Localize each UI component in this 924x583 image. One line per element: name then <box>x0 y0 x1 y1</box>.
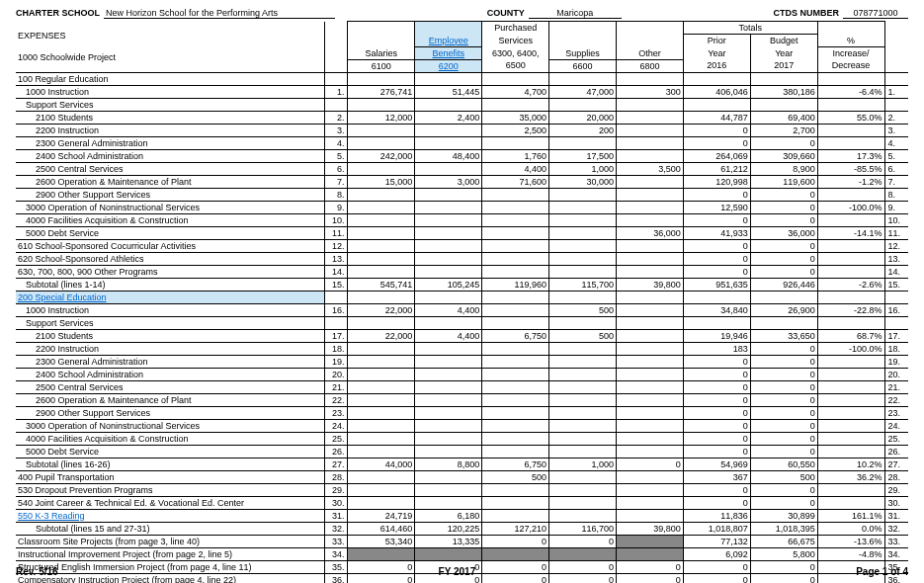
row-value <box>616 136 683 149</box>
row-value <box>415 393 482 406</box>
row-value: 1,760 <box>482 149 549 162</box>
row-line-number-right <box>884 316 908 329</box>
row-line-number-right <box>884 98 908 111</box>
row-line-number-right: 22. <box>884 393 908 406</box>
table-row: 4000 Facilities Acquisition & Constructi… <box>16 213 908 226</box>
row-value <box>415 226 482 239</box>
row-value: 242,000 <box>348 149 415 162</box>
row-description: 3000 Operation of Noninstructional Servi… <box>16 419 324 432</box>
row-value <box>415 316 482 329</box>
row-value <box>683 72 750 85</box>
row-value: -6.4% <box>817 85 884 98</box>
row-value: 51,445 <box>415 85 482 98</box>
row-value <box>549 226 617 239</box>
row-value <box>482 291 549 303</box>
row-value: 0 <box>683 432 750 445</box>
row-value <box>415 380 482 393</box>
row-line-number: 2. <box>324 111 348 124</box>
row-value: 300 <box>616 85 683 98</box>
row-value: 500 <box>482 470 549 483</box>
row-value: 0 <box>750 483 817 496</box>
row-value <box>549 213 617 226</box>
row-value <box>415 355 482 368</box>
row-value <box>817 368 884 380</box>
row-value <box>549 252 617 265</box>
row-value <box>817 483 884 496</box>
row-value <box>482 355 549 368</box>
row-line-number: 31. <box>324 509 348 522</box>
table-row: 2300 General Administration19.0019. <box>16 355 908 368</box>
row-value: -13.6% <box>817 535 884 547</box>
row-value <box>817 406 884 419</box>
table-row: 4000 Facilities Acquisition & Constructi… <box>16 432 908 445</box>
row-description: 2200 Instruction <box>16 342 324 355</box>
table-row: 400 Pupil Transportation28.50036750036.2… <box>16 470 908 483</box>
row-value <box>817 316 884 329</box>
row-value <box>616 445 683 458</box>
row-value <box>549 188 617 201</box>
row-value: 6,750 <box>482 329 549 342</box>
row-value: 48,400 <box>415 149 482 162</box>
row-value <box>549 419 617 432</box>
row-line-number-right: 12. <box>884 239 908 252</box>
row-value: 54,969 <box>683 458 750 470</box>
row-value <box>817 124 884 136</box>
row-line-number-right: 17. <box>884 329 908 342</box>
row-description: 2100 Students <box>16 111 324 124</box>
row-value <box>616 303 683 316</box>
row-description: 2500 Central Services <box>16 380 324 393</box>
row-value <box>817 380 884 393</box>
row-value <box>348 547 415 560</box>
row-value <box>549 72 617 85</box>
row-value: 53,340 <box>348 535 415 547</box>
row-value <box>817 496 884 509</box>
col-pct-1: % <box>817 22 884 47</box>
row-value <box>482 252 549 265</box>
row-value <box>482 445 549 458</box>
row-line-number: 4. <box>324 136 348 149</box>
row-value: 0 <box>683 380 750 393</box>
row-line-number-right: 3. <box>884 124 908 136</box>
row-value: 0 <box>750 265 817 278</box>
row-value: 0 <box>750 432 817 445</box>
col-py-3: 2016 <box>683 59 750 72</box>
table-row: 2900 Other Support Services8.008. <box>16 188 908 201</box>
row-value: 12,000 <box>348 111 415 124</box>
table-row: 2100 Students17.22,0004,4006,75050019,94… <box>16 329 908 342</box>
row-value: 30,899 <box>750 509 817 522</box>
row-value <box>817 393 884 406</box>
row-description: 620 School-Sponsored Athletics <box>16 252 324 265</box>
row-value: -100.0% <box>817 201 884 213</box>
row-line-number-right: 14. <box>884 265 908 278</box>
row-value <box>616 547 683 560</box>
row-value: -2.6% <box>817 278 884 291</box>
row-value <box>415 124 482 136</box>
row-description: 3000 Operation of Noninstructional Servi… <box>16 201 324 213</box>
row-value <box>817 98 884 111</box>
row-value: 0 <box>683 136 750 149</box>
row-value <box>415 188 482 201</box>
row-value: 66,675 <box>750 535 817 547</box>
row-value <box>616 496 683 509</box>
row-line-number-right: 9. <box>884 201 908 213</box>
row-description: 630, 700, 800, 900 Other Programs <box>16 265 324 278</box>
table-row: Instructional Improvement Project (from … <box>16 547 908 560</box>
row-value: 19,946 <box>683 329 750 342</box>
row-value <box>482 547 549 560</box>
row-value <box>616 316 683 329</box>
row-value: 0 <box>683 445 750 458</box>
row-value: 500 <box>750 470 817 483</box>
row-value: 0 <box>616 458 683 470</box>
row-value <box>482 342 549 355</box>
row-value <box>415 239 482 252</box>
row-line-number-right: 29. <box>884 483 908 496</box>
table-row: 2600 Operation & Maintenance of Plant7.1… <box>16 175 908 188</box>
row-value: 0 <box>750 252 817 265</box>
row-description: 2600 Operation & Maintenance of Plant <box>16 175 324 188</box>
row-line-number-right: 20. <box>884 368 908 380</box>
row-value: 1,018,807 <box>683 522 750 535</box>
table-row: 2100 Students2.12,0002,40035,00020,00044… <box>16 111 908 124</box>
row-value: 47,000 <box>549 85 617 98</box>
table-row: 1000 Instruction1.276,74151,4454,70047,0… <box>16 85 908 98</box>
table-row: 530 Dropout Prevention Programs29.0029. <box>16 483 908 496</box>
